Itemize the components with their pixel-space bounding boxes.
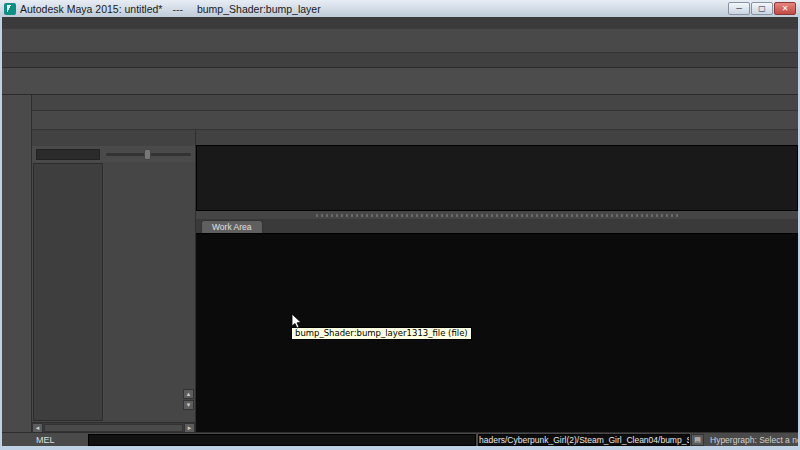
mel-input[interactable] [88,434,476,446]
work-area-tabrow: Work Area [196,219,798,233]
hypershade-toolbar [32,111,798,130]
command-line-bar: MEL haders/Cyberpunk_Girl(2)/Steam_Girl_… [2,432,798,446]
slider-thumb[interactable] [144,149,151,160]
hypershade-tabs [196,130,798,145]
hypershade-menubar [32,95,798,111]
materials-swatch-panel [196,145,798,211]
maximize-button[interactable]: ▢ [751,2,773,15]
shelf-icons-row [2,68,798,95]
main-menubar [2,17,798,29]
hypershade-body: ▲ ▼ ◄ ► [32,130,798,432]
scroll-up-button[interactable]: ▲ [183,389,194,399]
hypershade-right-panel: Work Area bump_Shader:bump_layer1313_fil… [196,130,798,432]
window-buttons: ─ ▢ ✕ [728,2,796,15]
mouse-cursor [291,314,303,330]
status-line [2,29,798,53]
splitter-dots [316,214,677,217]
hscroll-left-button[interactable]: ◄ [32,423,43,433]
shelf-tabs [2,53,798,68]
path-menu-button[interactable]: ▤ [691,434,704,446]
close-button[interactable]: ✕ [774,2,796,15]
window-title-left: Autodesk Maya 2015: untitled* [20,3,162,15]
create-node-buttons [104,162,195,422]
hscroll-right-button[interactable]: ► [184,423,195,433]
maya-logo-icon [4,3,16,15]
mel-label[interactable]: MEL [36,435,62,445]
swatch-size-slider[interactable] [106,153,191,156]
create-panel-tabs [32,130,195,146]
create-panel: ▲ ▼ ◄ ► [32,130,196,432]
title-separator: --- [172,3,183,15]
create-panel-hscroll: ◄ ► [32,422,195,432]
work-area-graph[interactable]: bump_Shader:bump_layer1313_file (file) [196,233,798,432]
create-search-row [32,146,195,162]
maya-window: Autodesk Maya 2015: untitled* --- bump_S… [0,0,800,450]
create-buttons-scroll: ▲ ▼ [183,389,194,410]
scroll-down-button[interactable]: ▼ [183,400,194,410]
tab-work-area[interactable]: Work Area [201,220,263,233]
panel-splitter[interactable] [196,211,798,219]
window-title-node: bump_Shader:bump_layer [197,3,321,15]
title-bar[interactable]: Autodesk Maya 2015: untitled* --- bump_S… [0,0,800,17]
hypershade-panel: ▲ ▼ ◄ ► [32,95,798,432]
toolbox [2,95,32,432]
minimize-button[interactable]: ─ [728,2,750,15]
help-line-status: Hypergraph: Select a node. [710,435,798,445]
search-input[interactable] [36,149,100,160]
node-tooltip: bump_Shader:bump_layer1313_file (file) [291,327,472,340]
create-panel-content: ▲ ▼ [32,162,195,422]
scene-path-field[interactable]: haders/Cyberpunk_Girl(2)/Steam_Girl_Clea… [478,434,690,446]
create-category-tree [33,163,103,421]
hscroll-track[interactable] [44,424,183,432]
window-frame: ▲ ▼ ◄ ► [0,17,800,450]
main-area: ▲ ▼ ◄ ► [2,95,798,432]
